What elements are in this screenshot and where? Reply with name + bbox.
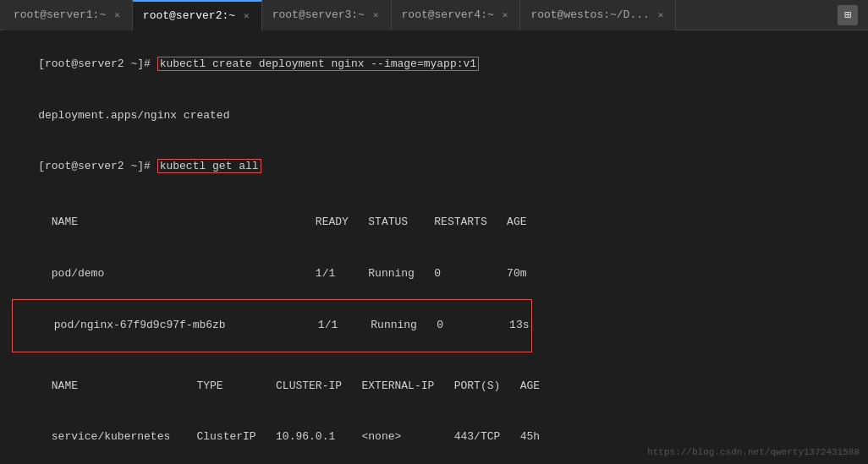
prompt-1: [root@server2 ~]# [38, 57, 151, 70]
tab-server1[interactable]: root@server1:~ ✕ [3, 0, 133, 30]
profile-icon[interactable]: ⊞ [838, 5, 858, 25]
tab-server2-close[interactable]: ✕ [242, 10, 251, 21]
tab-westos-close[interactable]: ✕ [656, 9, 666, 20]
services-header-text: NAME TYPE CLUSTER-IP EXTERNAL-IP PORT(S)… [52, 379, 540, 392]
tab-server3[interactable]: root@server3:~ ✕ [262, 0, 392, 30]
terminal-body[interactable]: [root@server2 ~]# kubectl create deploym… [0, 30, 868, 464]
profile-icon-symbol: ⊞ [844, 8, 851, 22]
pod-nginx-text: pod/nginx-67f9d9c97f-mb6zb 1/1 Running 0… [54, 319, 530, 331]
cmd1-space [151, 57, 157, 70]
pods-section: NAME READY STATUS RESTARTS AGE pod/demo … [12, 197, 856, 352]
prompt-2: [root@server2 ~]# [38, 160, 151, 172]
tab-server4-label: root@server4:~ [402, 8, 494, 21]
tab-server1-close[interactable]: ✕ [113, 9, 122, 20]
output-text-1: deployment.apps/nginx created [38, 109, 229, 122]
cmd1-highlight: kubectl create deployment nginx --image=… [157, 57, 479, 71]
tab-server4[interactable]: root@server4:~ ✕ [392, 0, 521, 30]
tab-westos-label: root@westos:~/D... [530, 8, 649, 21]
watermark-text: https://blog.csdn.net/qwerty1372431588 [647, 447, 860, 457]
tab-server3-label: root@server3:~ [272, 8, 365, 21]
tab-server2-label: root@server2:~ [143, 9, 235, 22]
tab-server4-close[interactable]: ✕ [501, 9, 510, 20]
command-line-2: [root@server2 ~]# kubectl get all [12, 141, 856, 192]
tab-westos[interactable]: root@westos:~/D... ✕ [520, 0, 676, 30]
watermark: https://blog.csdn.net/qwerty1372431588 [647, 447, 860, 457]
command-line-1: [root@server2 ~]# kubectl create deploym… [12, 39, 856, 90]
tab-bar-right: ⊞ [838, 5, 865, 25]
output-line-1: deployment.apps/nginx created [12, 90, 856, 140]
tab-server1-label: root@server1:~ [14, 8, 106, 21]
pods-header-text: NAME READY STATUS RESTARTS AGE [52, 216, 527, 228]
pod-demo-row: pod/demo 1/1 Running 0 70m [12, 248, 856, 299]
cmd2-space [151, 160, 157, 172]
pod-nginx-row: pod/nginx-67f9d9c97f-mb6zb 1/1 Running 0… [12, 299, 532, 352]
tab-server2[interactable]: root@server2:~ ✕ [133, 0, 262, 30]
tab-server3-close[interactable]: ✕ [371, 9, 381, 20]
cmd2-highlight: kubectl get all [157, 159, 261, 173]
services-header: NAME TYPE CLUSTER-IP EXTERNAL-IP PORT(S)… [12, 361, 856, 412]
pod-demo-text: pod/demo 1/1 Running 0 70m [52, 267, 527, 280]
service-kubernetes-text: service/kubernetes ClusterIP 10.96.0.1 <… [52, 430, 540, 443]
tab-bar: root@server1:~ ✕ root@server2:~ ✕ root@s… [0, 0, 868, 30]
pods-header: NAME READY STATUS RESTARTS AGE [12, 197, 856, 248]
